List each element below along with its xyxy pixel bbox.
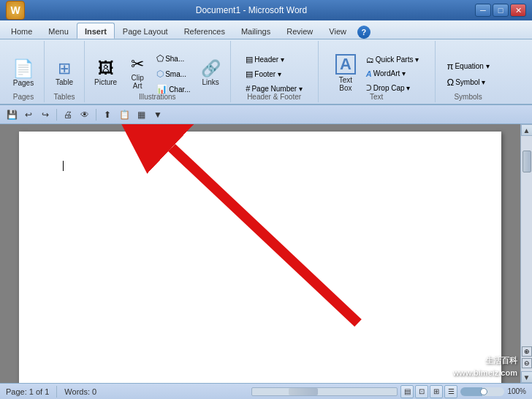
page-number-label: Page Number ▾ <box>251 85 302 93</box>
save-qa-button[interactable]: 💾 <box>4 107 19 122</box>
header-icon: ▤ <box>246 55 253 64</box>
scroll-bottom-controls: ⊕ ⊖ <box>519 343 533 371</box>
header-footer-group-label: Header & Footer <box>231 93 318 101</box>
status-sep <box>56 386 57 398</box>
symbol-button[interactable]: Ω Symbol ▾ <box>443 75 493 90</box>
office-icon: W <box>10 4 20 16</box>
pages-group-label: Pages <box>3 93 44 101</box>
scroll-down-arrow[interactable]: ▼ <box>521 371 533 383</box>
symbol-icon: Ω <box>446 77 454 88</box>
undo-button[interactable]: ↩ <box>21 107 36 122</box>
links-button[interactable]: 🔗 Links <box>196 58 226 89</box>
pages-items: 📄 Pages <box>7 42 39 101</box>
view-layout-button[interactable]: ⊡ <box>415 385 428 398</box>
tables-items: ⊞ Table <box>50 42 78 101</box>
smartart-button[interactable]: ⬡ Sma... <box>153 66 194 81</box>
header-label: Header ▾ <box>254 56 284 64</box>
document-scroll[interactable] <box>0 124 520 383</box>
tab-mailings[interactable]: Mailings <box>233 23 278 39</box>
picture-button[interactable]: 🖼 Picture <box>89 58 122 89</box>
quick-parts-icon: 🗂 <box>366 56 374 64</box>
close-button[interactable]: ✕ <box>510 4 526 17</box>
office-button[interactable]: W <box>6 1 25 20</box>
tab-home[interactable]: Home <box>3 23 40 39</box>
clip-art-button[interactable]: ✂ ClipArt <box>123 53 151 93</box>
tab-view[interactable]: View <box>321 23 354 39</box>
links-label: Links <box>202 78 218 86</box>
ribbon-group-tables: ⊞ Table Tables <box>45 41 85 102</box>
tab-references[interactable]: References <box>176 23 233 39</box>
vertical-scrollbar[interactable]: ▲ ⊕ ⊖ ▼ <box>520 124 532 383</box>
table-button[interactable]: ⊞ Table <box>50 58 78 89</box>
quick-access-toolbar: 💾 ↩ ↪ 🖨 👁 ⬆ 📋 ▦ ▼ <box>0 105 532 124</box>
document-page[interactable] <box>19 132 501 383</box>
qa-separator-1 <box>56 109 57 121</box>
tab-page-layout[interactable]: Page Layout <box>115 23 176 39</box>
window-controls: ─ □ ✕ <box>475 4 526 17</box>
pages-button[interactable]: 📄 Pages <box>7 57 39 90</box>
zoom-level: 100% <box>507 387 526 395</box>
view-outline-button[interactable]: ☰ <box>444 385 457 398</box>
drop-cap-label: Drop Cap ▾ <box>373 84 411 92</box>
text-box-button[interactable]: A TextBox <box>330 51 361 95</box>
menu-bar: Home Menu Insert Page Layout References … <box>0 20 532 39</box>
symbols-group-label: Symbols <box>436 93 501 101</box>
pages-label: Pages <box>13 79 34 87</box>
expand-button[interactable]: ⊕ <box>522 346 532 357</box>
up-button[interactable]: ⬆ <box>100 107 115 122</box>
horizontal-scrollbar[interactable] <box>251 387 398 396</box>
minimize-button[interactable]: ─ <box>475 4 491 17</box>
illustrations-items: 🖼 Picture ✂ ClipArt ⬠ Sha... ⬡ Sma... 📊 … <box>89 42 226 101</box>
format-button[interactable]: 📋 <box>117 107 132 122</box>
tab-insert[interactable]: Insert <box>77 23 115 39</box>
table-label: Table <box>56 78 73 86</box>
ribbon-group-pages: 📄 Pages Pages <box>3 41 45 102</box>
tab-review[interactable]: Review <box>278 23 321 39</box>
pages-icon: 📄 <box>12 60 34 77</box>
equation-label: Equation ▾ <box>455 62 489 70</box>
scroll-up-arrow[interactable]: ▲ <box>521 124 533 136</box>
equation-button[interactable]: π Equation ▾ <box>443 58 493 74</box>
table-icon: ⊞ <box>58 61 71 77</box>
symbol-label: Symbol ▾ <box>455 78 485 86</box>
contract-button[interactable]: ⊖ <box>522 358 532 368</box>
footer-label: Footer ▾ <box>254 70 281 78</box>
status-bar-right: ▤ ⊡ ⊞ ☰ 100% <box>251 385 526 398</box>
footer-button[interactable]: ▤ Footer ▾ <box>242 67 306 81</box>
border-button[interactable]: ▦ <box>134 107 148 122</box>
symbols-items: π Equation ▾ Ω Symbol ▾ <box>443 42 493 101</box>
word-count: Words: 0 <box>64 387 96 396</box>
header-button[interactable]: ▤ Header ▾ <box>242 53 306 66</box>
illustrations-group-label: Illustrations <box>85 93 230 101</box>
view-web-button[interactable]: ⊞ <box>430 385 443 398</box>
shapes-button[interactable]: ⬠ Sha... <box>153 51 194 66</box>
help-button[interactable]: ? <box>357 26 370 39</box>
shapes-icon: ⬠ <box>156 53 164 64</box>
wordart-icon: A <box>366 69 372 78</box>
zoom-slider[interactable] <box>460 387 504 396</box>
scroll-thumb[interactable] <box>522 151 531 172</box>
ribbon: 📄 Pages Pages ⊞ Table Tables 🖼 Picture ✂… <box>0 39 532 105</box>
document-area: ▲ ⊕ ⊖ ▼ <box>0 124 532 383</box>
page-number-icon: # <box>246 84 250 93</box>
redo-button[interactable]: ↪ <box>38 107 53 122</box>
extra-button[interactable]: ▼ <box>151 107 165 122</box>
quick-parts-button[interactable]: 🗂 Quick Parts ▾ <box>362 53 422 66</box>
scroll-track[interactable] <box>522 136 531 343</box>
smartart-icon: ⬡ <box>156 69 164 79</box>
view-normal-button[interactable]: ▤ <box>400 385 414 398</box>
h-scroll-thumb[interactable] <box>289 388 318 395</box>
tab-menu[interactable]: Menu <box>40 23 77 39</box>
print-button[interactable]: 🖨 <box>61 107 75 122</box>
links-icon: 🔗 <box>201 61 221 77</box>
preview-button[interactable]: 👁 <box>77 107 92 122</box>
header-footer-items: ▤ Header ▾ ▤ Footer ▾ # Page Number ▾ <box>242 42 306 101</box>
footer-icon: ▤ <box>246 69 253 79</box>
wordart-button[interactable]: A WordArt ▾ <box>362 67 422 80</box>
text-group-label: Text <box>319 93 435 101</box>
zoom-thumb[interactable] <box>480 388 487 395</box>
status-bar: Page: 1 of 1 Words: 0 ▤ ⊡ ⊞ ☰ 100% <box>0 383 532 399</box>
text-box-icon: A <box>335 54 356 75</box>
maximize-button[interactable]: □ <box>493 4 509 17</box>
smartart-label: Sma... <box>165 70 186 78</box>
